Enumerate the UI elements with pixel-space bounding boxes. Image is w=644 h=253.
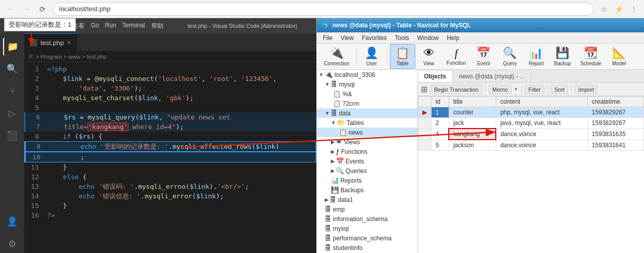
git-icon[interactable]: ⑂ (3, 82, 21, 100)
tree-72crm[interactable]: 📋 72crm (317, 99, 417, 108)
import-btn[interactable]: Import (575, 85, 597, 94)
cell-title[interactable]: jack (449, 118, 496, 129)
code-editor[interactable]: 1 <?php 2 $link = @mysqli_connect('local… (24, 62, 316, 253)
extensions-icon[interactable]: ⬛ (3, 126, 21, 145)
toolbar-table[interactable]: 📋 Table (390, 44, 415, 69)
cell-id[interactable]: 4 (432, 129, 449, 140)
data-table-area[interactable]: id title content createtime ▶ 1 c (418, 96, 644, 253)
cell-title-kangkang[interactable]: kangkang (449, 129, 496, 140)
nav-menu-tools[interactable]: Tools (391, 33, 413, 43)
table-row[interactable]: 2 jack java, mysql, vue, react 159382926… (418, 118, 644, 129)
tree-data1[interactable]: ▶ 🗄 data1 (317, 195, 417, 204)
accounts-icon[interactable]: 👤 (3, 213, 21, 231)
tree-mysql2[interactable]: 🗄 mysql (317, 224, 417, 233)
settings-icon[interactable]: ⚙ (3, 235, 21, 253)
begin-transaction-btn[interactable]: Begin Transaction (431, 85, 482, 94)
nav-menu-help[interactable]: Help (443, 33, 463, 43)
table-row[interactable]: 5 jackson dance,voince 1593831641 (418, 140, 644, 151)
tree-localhost[interactable]: ▼ 🔌 localhost_3306 (317, 70, 417, 79)
address-bar[interactable] (53, 3, 593, 16)
content-header[interactable]: content (496, 97, 587, 107)
menu-go[interactable]: Go (91, 22, 99, 30)
memo-dropdown-arrow[interactable]: ▼ (513, 87, 519, 92)
cell-title[interactable]: counter (449, 107, 496, 118)
tree-functions[interactable]: ▶ ƒ Functions (317, 147, 417, 156)
toolbar-report[interactable]: 📊 Report (524, 45, 549, 68)
tree-events[interactable]: ▶ 📅 Events (317, 156, 417, 166)
cell-content[interactable]: php, mysql, vue, react (496, 107, 587, 118)
navicat-main: Objects news @data (mysql) - ... ⊞ Begin… (418, 70, 644, 253)
tree-backups[interactable]: 💾 Backups (317, 185, 417, 195)
id-header[interactable]: id (432, 97, 449, 107)
menu-button[interactable]: ⋮ (628, 3, 640, 15)
back-button[interactable]: ← (4, 3, 16, 15)
vscode-window-title: test.php - Visual Studio Code [Administr… (188, 23, 297, 29)
tab-test-php[interactable]: ⬛ test.php ✕ (24, 33, 77, 51)
toolbar-event[interactable]: 📅 Event (471, 45, 496, 68)
nav-menu-window[interactable]: Window (413, 33, 443, 43)
events-icon: 📅 (336, 157, 344, 165)
cell-id[interactable]: 5 (432, 140, 449, 151)
tree-studentinfo[interactable]: 🗄 studentinfo (317, 243, 417, 252)
cell-createtime[interactable]: 1593829267 (587, 118, 643, 129)
tree-infoschema[interactable]: 🗄 information_schema (317, 214, 417, 224)
tab-close-button[interactable]: ✕ (67, 39, 71, 46)
tree-emp[interactable]: 🗄 emp (317, 204, 417, 214)
tree-data[interactable]: ▼ 🗄 data (317, 108, 417, 118)
toolbar-function[interactable]: f Function (443, 46, 470, 68)
toolbar-view[interactable]: 👁 View (416, 45, 442, 68)
toolbar-query[interactable]: 🔍 Query (497, 45, 523, 68)
cell-createtime[interactable]: 1593829267 (587, 107, 643, 118)
indicator-header (418, 97, 432, 107)
cell-id[interactable]: 2 (432, 118, 449, 129)
tree-reports[interactable]: 📊 Reports (317, 176, 417, 185)
tree-mysql[interactable]: ▼ 🗄 mysql (317, 79, 417, 89)
cell-createtime[interactable]: 1593831641 (587, 140, 643, 151)
createtime-header[interactable]: createtime (587, 97, 643, 107)
toolbar-backup[interactable]: 💾 Backup (550, 45, 575, 68)
menu-help[interactable]: 帮助 (151, 22, 163, 30)
nav-menu-file[interactable]: File (319, 33, 336, 43)
explorer-icon[interactable]: 📁 (3, 37, 21, 56)
tree-views[interactable]: ▶ 👁 Views (317, 137, 417, 147)
cell-createtime[interactable]: 1593831635 (587, 129, 643, 140)
tab-label: test.php (40, 39, 64, 47)
tree-perfschema[interactable]: 🗄 performance_schema (317, 233, 417, 243)
sort-btn[interactable]: Sort (551, 85, 568, 94)
nav-tab-objects[interactable]: Objects (418, 71, 453, 82)
functions-icon: ƒ (336, 148, 339, 155)
cell-content[interactable]: dance,voince (496, 129, 587, 140)
menu-terminal[interactable]: Terminal (122, 22, 145, 30)
reload-button[interactable]: ⟳ (36, 3, 49, 15)
tree-queries[interactable]: ▶ 🔍 Queries (317, 166, 417, 176)
toolbar-schedule[interactable]: 📆 Schedule (576, 45, 606, 68)
extensions-button[interactable]: ⚡ (613, 3, 625, 15)
toolbar-user[interactable]: 👤 User (359, 45, 384, 68)
code-line-7: 7 title='kangkang' where id=4"); (24, 122, 316, 132)
nav-menu-favorites[interactable]: Favorites (358, 33, 391, 43)
filter-btn[interactable]: Filter (525, 85, 544, 94)
browser-result-box: 受影响的记录数是：1 (4, 18, 76, 31)
tree-tables[interactable]: ▼ 📁 Tables (317, 118, 417, 128)
cell-title[interactable]: jackson (449, 140, 496, 151)
memo-btn[interactable]: Memo (489, 85, 511, 94)
tree-percent[interactable]: 📋 %& (317, 89, 417, 99)
navicat-toolbar: 🔌 Connection 👤 User 📋 Table 👁 View f Fun… (317, 44, 644, 70)
nav-tab-news[interactable]: news @data (mysql) - ... (453, 71, 531, 82)
table-row[interactable]: ▶ 1 counter php, mysql, vue, react 15938… (418, 107, 644, 118)
forward-button[interactable]: → (20, 3, 32, 15)
cell-content[interactable]: java, mysql, vue, react (496, 118, 587, 129)
search-activity-icon[interactable]: 🔍 (3, 60, 21, 78)
bookmark-button[interactable]: ☆ (597, 3, 610, 15)
cell-content[interactable]: dance,voince (496, 140, 587, 151)
debug-icon[interactable]: ▷ (3, 104, 21, 122)
toolbar-connection[interactable]: 🔌 Connection (320, 45, 354, 68)
title-header[interactable]: title (449, 97, 496, 107)
nav-menu-view[interactable]: View (336, 33, 358, 43)
menu-run[interactable]: Run (105, 22, 116, 30)
toolbar-model[interactable]: 📐 Model (607, 45, 632, 68)
tree-news[interactable]: 📋 news (317, 128, 417, 137)
cell-id[interactable]: 1 (432, 107, 449, 118)
tree-panel[interactable]: ▼ 🔌 localhost_3306 ▼ 🗄 mysql 📋 %& (317, 70, 418, 253)
table-row[interactable]: 4 kangkang dance,voince 1593831635 (418, 129, 644, 140)
